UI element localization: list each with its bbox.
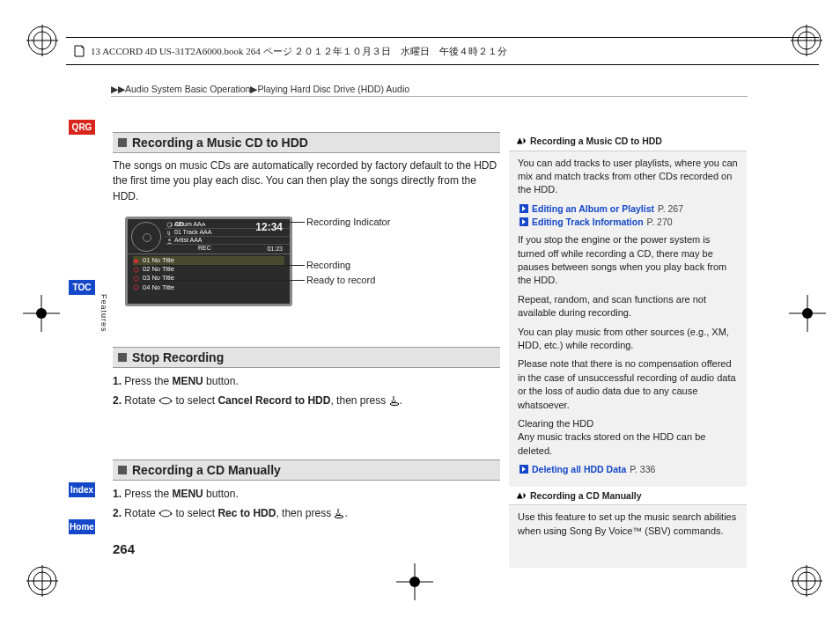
step-1: 1. Press the MENU button. — [113, 488, 500, 500]
disc-icon — [131, 222, 161, 252]
sidebar-text: If you stop the engine or the power syst… — [518, 233, 738, 288]
sidebar-notes: Recording a Music CD to HDD You can add … — [509, 132, 747, 568]
screen-elapsed-time: 01:23 — [267, 246, 283, 252]
sidebar-text: Please note that there is no compensatio… — [518, 357, 738, 412]
section-body: The songs on music CDs are automatically… — [113, 158, 500, 204]
rotate-dial-icon — [158, 395, 173, 404]
section-title: Recording a Music CD to HDD — [132, 136, 308, 150]
breadcrumb: ▶▶Audio System Basic Operation▶Playing H… — [111, 84, 409, 94]
crop-mark-icon — [23, 295, 60, 332]
section-recording-manually: Recording a CD Manually — [113, 459, 500, 481]
crop-mark-icon — [789, 295, 826, 332]
registration-mark-icon — [26, 565, 58, 597]
page-number: 264 — [113, 541, 135, 556]
tab-features: Features — [99, 294, 108, 333]
press-button-icon — [334, 508, 344, 518]
note-icon — [516, 136, 527, 145]
step-2: 2. Rotate to select Cancel Record to HDD… — [113, 394, 500, 407]
sidebar-text: You can play music from other sources (e… — [518, 326, 738, 353]
sidebar-text: You can add tracks to user playlists, wh… — [518, 157, 738, 197]
section-stop-recording: Stop Recording — [113, 347, 500, 368]
svg-point-12 — [168, 239, 171, 241]
step-1: 1. Press the MENU button. — [113, 375, 500, 387]
step-2: 2. Rotate to select Rec to HDD, then pre… — [113, 507, 500, 519]
tab-home[interactable]: Home — [69, 519, 95, 534]
svg-point-17 — [160, 397, 171, 403]
callout-recording: Recording — [306, 260, 350, 270]
svg-point-16 — [134, 285, 138, 290]
xref-deleting-hdd[interactable]: Deleting all HDD Data P. 336 — [519, 463, 738, 476]
svg-point-19 — [160, 510, 171, 516]
xref-editing-album[interactable]: Editing an Album or Playlist P. 267 — [519, 202, 738, 216]
screen-rec-button-label: REC — [198, 245, 211, 251]
tab-qrg[interactable]: QRG — [69, 120, 95, 135]
rotate-dial-icon — [158, 508, 173, 517]
square-bullet-icon — [118, 353, 127, 362]
crop-mark-icon — [396, 563, 433, 600]
screen-cd-label: ♪ CD — [170, 221, 184, 227]
track-row: 04 No Title — [133, 283, 284, 292]
square-bullet-icon — [118, 466, 127, 474]
sidebar-heading-1: Recording a Music CD to HDD — [509, 132, 747, 151]
xref-arrow-icon — [519, 465, 528, 474]
registration-mark-icon — [26, 25, 58, 56]
registration-mark-icon — [791, 565, 822, 597]
callout-line — [157, 280, 305, 281]
recording-dot-icon — [133, 258, 139, 264]
screen-clock-readout: 12:34 — [255, 221, 283, 233]
sidebar-text: Use this feature to set up the music sea… — [518, 511, 738, 538]
press-button-icon — [389, 395, 400, 406]
xref-editing-track[interactable]: Editing Track Information P. 270 — [519, 216, 738, 229]
breadcrumb-rule — [111, 96, 748, 97]
track-icon — [166, 230, 173, 236]
svg-point-14 — [134, 268, 138, 272]
callout-line — [157, 265, 305, 266]
ready-dot-icon — [133, 267, 139, 273]
track-row: 02 No Title — [133, 265, 284, 274]
svg-point-13 — [134, 259, 138, 263]
track-row-recording: 01 No Title — [133, 256, 284, 265]
header-file-info: 13 ACCORD 4D US-31T2A6000.book 264 ページ ２… — [66, 37, 819, 65]
artist-icon — [166, 238, 173, 244]
callout-line — [201, 222, 305, 223]
section-title: Stop Recording — [132, 350, 224, 364]
xref-arrow-icon — [519, 204, 528, 213]
xref-arrow-icon — [519, 217, 528, 226]
note-icon — [516, 491, 527, 500]
callout-recording-indicator: Recording Indicator — [306, 217, 390, 227]
tab-toc[interactable]: TOC — [69, 280, 95, 295]
section-recording-music-cd: Recording a Music CD to HDD — [113, 132, 500, 153]
ready-dot-icon — [133, 284, 139, 290]
svg-point-18 — [390, 403, 399, 406]
sidebar-text: Clearing the HDDAny music tracks stored … — [518, 417, 738, 458]
track-row: 03 No Title — [133, 274, 284, 283]
svg-point-15 — [134, 276, 138, 281]
sidebar-text: Repeat, random, and scan functions are n… — [518, 293, 738, 320]
tab-index[interactable]: Index — [69, 482, 95, 497]
callout-ready: Ready to record — [306, 275, 375, 285]
sidebar-heading-2: Recording a CD Manually — [509, 487, 747, 506]
ready-dot-icon — [133, 276, 139, 282]
svg-point-20 — [335, 516, 343, 518]
hdd-screen-mockup: ♪ CD 12:34 01:23 REC Album AAA 01 Track … — [125, 217, 292, 306]
book-icon — [73, 44, 85, 58]
square-bullet-icon — [118, 138, 127, 147]
section-title: Recording a CD Manually — [132, 463, 281, 477]
